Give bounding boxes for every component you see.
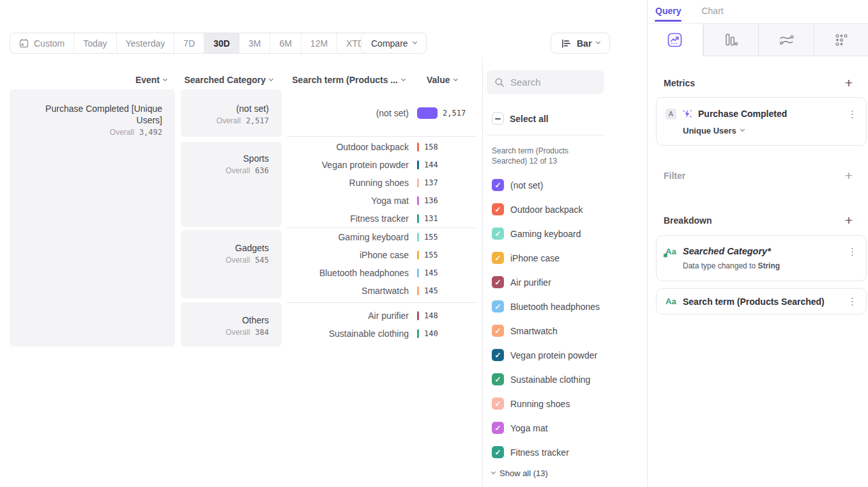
filter-option[interactable]: ✓ Yoga mat <box>492 422 548 434</box>
add-metric-button[interactable]: + <box>845 76 853 89</box>
term-row[interactable]: Air purifier 148 <box>287 307 476 325</box>
breakdown-menu-button[interactable]: ⋮ <box>848 247 857 256</box>
date-range-30d[interactable]: 30D <box>204 33 239 53</box>
string-property-icon: Aa✱ <box>666 247 677 256</box>
filter-search[interactable] <box>487 70 604 94</box>
tab-chart[interactable]: Chart <box>701 6 723 16</box>
date-range-6m[interactable]: 6M <box>270 33 300 53</box>
term-row[interactable]: Vegan protein powder 144 <box>287 156 476 174</box>
term-row[interactable]: Gaming keyboard 155 <box>287 228 476 246</box>
checkbox[interactable]: ✓ <box>492 422 504 434</box>
checkbox[interactable]: ✓ <box>492 349 504 361</box>
bar <box>417 196 419 205</box>
filter-option[interactable]: ✓ Fitness tracker <box>492 446 569 458</box>
filter-option[interactable]: ✓ Bluetooth headphones <box>492 300 600 313</box>
date-range-yesterday[interactable]: Yesterday <box>116 33 174 53</box>
select-all-checkbox[interactable] <box>492 112 504 125</box>
checkbox[interactable]: ✓ <box>492 252 504 264</box>
term-row[interactable]: Outdoor backpack 158 <box>287 138 476 156</box>
tab-funnels[interactable] <box>703 24 759 56</box>
chevron-down-icon <box>413 40 417 44</box>
metric-card[interactable]: A Purchase Completed ⋮ Unique Users <box>656 97 867 146</box>
analytics-app: Custom Today Yesterday 7D 30D 3M 6M 12M … <box>0 0 868 487</box>
row-separator <box>287 136 476 137</box>
term-row[interactable]: Bluetooth headphones 145 <box>287 264 476 282</box>
filter-option[interactable]: ✓ Outdoor backpack <box>492 203 583 215</box>
event-cell[interactable]: Purchase Completed [Unique Users] Overal… <box>10 89 175 346</box>
filter-option[interactable]: ✓ Air purifier <box>492 276 551 288</box>
horizontal-bar-chart-icon <box>561 38 572 49</box>
category-cell[interactable]: (not set) Overall2,517 <box>181 89 282 137</box>
term-row[interactable]: Fitness tracker 131 <box>287 210 476 228</box>
breakdown-menu-button[interactable]: ⋮ <box>848 297 857 306</box>
date-range-12m[interactable]: 12M <box>301 33 337 53</box>
checkbox[interactable]: ✓ <box>492 179 504 191</box>
date-range-custom[interactable]: Custom <box>10 33 73 53</box>
filter-option[interactable]: ✓ Smartwatch <box>492 325 558 337</box>
column-header-value[interactable]: Value <box>427 75 471 85</box>
breakdown-property-name: Search term (Products Searched) <box>683 297 842 307</box>
term-row[interactable]: Smartwatch 145 <box>287 282 476 300</box>
term-row[interactable]: (not set) 2,517 <box>287 104 476 122</box>
filter-option[interactable]: ✓ Vegan protein powder <box>492 349 597 361</box>
compare-button[interactable]: Compare <box>361 33 427 54</box>
filter-option[interactable]: ✓ Gaming keyboard <box>492 228 581 240</box>
term-row[interactable]: Yoga mat 136 <box>287 192 476 210</box>
dots-grid-icon <box>834 33 849 47</box>
date-range-7d[interactable]: 7D <box>174 33 204 53</box>
show-all-link[interactable]: Show all (13) <box>492 468 548 478</box>
add-breakdown-button[interactable]: + <box>845 213 853 227</box>
checkbox[interactable]: ✓ <box>492 446 504 458</box>
event-overall: Overall3,492 <box>22 128 162 137</box>
metric-event-name: Purchase Completed <box>698 109 842 119</box>
bar <box>417 160 419 169</box>
measure-selector[interactable]: Unique Users <box>657 126 866 135</box>
breakdown-note: Data type changed to String <box>657 261 866 270</box>
active-tab-underline <box>655 20 681 22</box>
category-cell[interactable]: Gadgets Overall545 <box>181 230 282 298</box>
checkbox[interactable]: ✓ <box>492 228 504 240</box>
select-all-row[interactable]: Select all <box>492 112 549 125</box>
chevron-down-icon <box>163 76 167 81</box>
insights-icon <box>667 33 682 47</box>
checkbox[interactable]: ✓ <box>492 300 504 313</box>
filter-option[interactable]: ✓ iPhone case <box>492 252 560 264</box>
breakdown-card[interactable]: Aa✱ Searched Category* ⋮ Data type chang… <box>656 235 867 281</box>
checkbox[interactable]: ✓ <box>492 276 504 288</box>
term-row[interactable]: Sustainable clothing 140 <box>287 325 476 343</box>
bar <box>417 178 419 187</box>
category-cell[interactable]: Sports Overall636 <box>181 142 282 227</box>
breakdown-card[interactable]: Aa Search term (Products Searched) ⋮ <box>656 288 867 314</box>
add-filter-button[interactable]: + <box>845 169 853 182</box>
tab-query[interactable]: Query <box>655 6 681 16</box>
category-cell[interactable]: Others Overall384 <box>181 302 282 346</box>
date-range-3m[interactable]: 3M <box>239 33 270 53</box>
column-header-category[interactable]: Searched Category <box>181 75 273 85</box>
term-row[interactable]: iPhone case 155 <box>287 246 476 264</box>
filter-option[interactable]: ✓ (not set) <box>492 179 543 191</box>
term-row[interactable]: Running shoes 137 <box>287 174 476 192</box>
tab-retention[interactable] <box>814 24 868 56</box>
chevron-down-icon <box>453 76 458 81</box>
checkbox[interactable]: ✓ <box>492 325 504 337</box>
bar <box>417 268 419 277</box>
tab-insights[interactable] <box>648 24 703 56</box>
report-type-strip <box>648 23 868 56</box>
checkbox[interactable]: ✓ <box>492 373 504 385</box>
chevron-down-icon <box>269 76 273 81</box>
column-header-event[interactable]: Event <box>10 75 167 85</box>
filter-option[interactable]: ✓ Running shoes <box>492 398 570 410</box>
search-input[interactable] <box>510 77 593 88</box>
filter-option[interactable]: ✓ Sustainable clothing <box>492 373 590 385</box>
date-range-segmented-control: Custom Today Yesterday 7D 30D 3M 6M 12M … <box>10 33 382 54</box>
checkbox[interactable]: ✓ <box>492 398 504 410</box>
chart-type-button[interactable]: Bar <box>551 33 610 54</box>
metric-menu-button[interactable]: ⋮ <box>848 109 857 119</box>
tab-flows[interactable] <box>758 24 814 56</box>
panel-divider <box>482 58 483 487</box>
date-range-today[interactable]: Today <box>73 33 116 53</box>
column-header-search-term[interactable]: Search term (Products ... <box>287 75 405 85</box>
search-icon <box>494 77 505 88</box>
breakdown-property-name: Searched Category* <box>683 246 842 256</box>
checkbox[interactable]: ✓ <box>492 203 504 215</box>
